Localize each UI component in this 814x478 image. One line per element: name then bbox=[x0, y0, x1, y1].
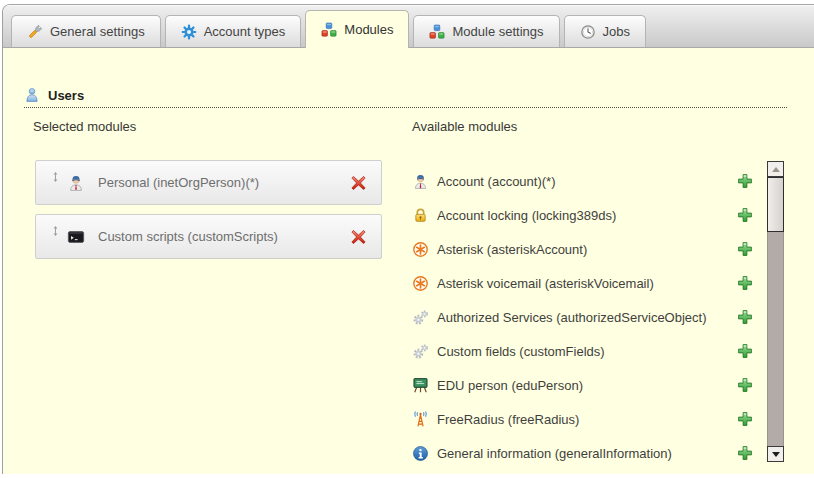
users-section-header: Users bbox=[24, 87, 787, 108]
available-module-label: Account (account)(*) bbox=[437, 174, 556, 189]
padlock-icon bbox=[412, 207, 429, 224]
add-module-button[interactable] bbox=[737, 411, 753, 427]
add-module-button[interactable] bbox=[737, 445, 753, 461]
tab-label: General settings bbox=[50, 24, 145, 39]
remove-module-button[interactable] bbox=[350, 228, 367, 245]
available-module-label: EDU person (eduPerson) bbox=[437, 378, 583, 393]
available-module-row: FreeRadius (freeRadius) bbox=[412, 402, 753, 436]
scrollbar-track[interactable] bbox=[767, 177, 784, 446]
available-module-row: Asterisk (asteriskAccount) bbox=[412, 232, 753, 266]
selected-modules-label: Selected modules bbox=[33, 119, 136, 134]
user-icon bbox=[24, 87, 40, 103]
cubes-icon bbox=[321, 22, 337, 38]
available-module-row: EDU person (eduPerson) bbox=[412, 368, 753, 402]
add-module-button[interactable] bbox=[737, 241, 753, 257]
wrench-icon bbox=[27, 24, 43, 40]
selected-module-label: Personal (inetOrgPerson)(*) bbox=[98, 175, 259, 190]
lam-configuration-page: General settingsAccount typesModulesModu… bbox=[0, 0, 814, 478]
asterisk-icon bbox=[412, 241, 429, 258]
drag-handle-icon[interactable] bbox=[50, 224, 61, 238]
available-module-label: Account locking (locking389ds) bbox=[437, 208, 616, 223]
available-module-label: FreeRadius (freeRadius) bbox=[437, 412, 579, 427]
available-module-row: Account locking (locking389ds) bbox=[412, 198, 753, 232]
settings-window: General settingsAccount typesModulesModu… bbox=[2, 4, 814, 474]
asterisk-icon bbox=[412, 275, 429, 292]
info-icon bbox=[412, 445, 429, 462]
tab-module-settings[interactable]: Module settings bbox=[413, 15, 559, 47]
tab-label: Module settings bbox=[452, 24, 543, 39]
tab-label: Account types bbox=[204, 24, 286, 39]
available-module-row: Account (account)(*) bbox=[412, 164, 753, 198]
add-module-button[interactable] bbox=[737, 173, 753, 189]
tab-label: Modules bbox=[344, 22, 393, 37]
up-arrow-icon bbox=[772, 167, 780, 172]
down-arrow-icon bbox=[772, 452, 780, 457]
tab-label: Jobs bbox=[603, 24, 630, 39]
scrollbar-thumb[interactable] bbox=[767, 177, 784, 232]
available-modules-list: Account (account)(*)Account locking (loc… bbox=[412, 164, 753, 470]
board-icon bbox=[412, 377, 429, 394]
available-module-row: Authorized Services (authorizedServiceOb… bbox=[412, 300, 753, 334]
add-module-button[interactable] bbox=[737, 207, 753, 223]
gear-icon bbox=[181, 24, 197, 40]
available-module-label: General information (generalInformation) bbox=[437, 446, 672, 461]
gears-icon bbox=[412, 309, 429, 326]
antenna-icon bbox=[412, 411, 429, 428]
person-icon bbox=[412, 173, 429, 190]
cubes-icon bbox=[429, 24, 445, 40]
selected-modules-list: Personal (inetOrgPerson)(*)Custom script… bbox=[35, 160, 382, 268]
tab-modules[interactable]: Modules bbox=[305, 10, 409, 48]
available-modules-label: Available modules bbox=[412, 119, 517, 134]
tab-bar: General settingsAccount typesModulesModu… bbox=[3, 5, 814, 48]
add-module-button[interactable] bbox=[737, 377, 753, 393]
available-module-row: General information (generalInformation) bbox=[412, 436, 753, 470]
selected-module-label: Custom scripts (customScripts) bbox=[98, 229, 278, 244]
terminal-icon bbox=[67, 228, 85, 246]
scrollbar-up-button[interactable] bbox=[767, 161, 784, 177]
scrollbar[interactable] bbox=[767, 161, 784, 462]
section-title: Users bbox=[48, 88, 84, 103]
person-icon bbox=[67, 174, 85, 192]
scrollbar-down-button[interactable] bbox=[767, 446, 784, 462]
add-module-button[interactable] bbox=[737, 343, 753, 359]
remove-module-button[interactable] bbox=[350, 174, 367, 191]
clock-icon bbox=[580, 24, 596, 40]
modules-tab-content: Users Selected modules Available modules… bbox=[3, 48, 814, 474]
tab-account-types[interactable]: Account types bbox=[165, 15, 302, 47]
available-module-label: Authorized Services (authorizedServiceOb… bbox=[437, 310, 707, 325]
tab-jobs[interactable]: Jobs bbox=[564, 15, 646, 47]
available-module-row: Asterisk voicemail (asteriskVoicemail) bbox=[412, 266, 753, 300]
available-module-row: Custom fields (customFields) bbox=[412, 334, 753, 368]
gears-icon bbox=[412, 343, 429, 360]
available-module-label: Asterisk (asteriskAccount) bbox=[437, 242, 587, 257]
add-module-button[interactable] bbox=[737, 309, 753, 325]
drag-handle-icon[interactable] bbox=[50, 170, 61, 184]
add-module-button[interactable] bbox=[737, 275, 753, 291]
selected-module-row: Custom scripts (customScripts) bbox=[35, 214, 382, 259]
tab-general-settings[interactable]: General settings bbox=[11, 15, 161, 47]
selected-module-row: Personal (inetOrgPerson)(*) bbox=[35, 160, 382, 205]
available-module-label: Asterisk voicemail (asteriskVoicemail) bbox=[437, 276, 654, 291]
available-module-label: Custom fields (customFields) bbox=[437, 344, 605, 359]
